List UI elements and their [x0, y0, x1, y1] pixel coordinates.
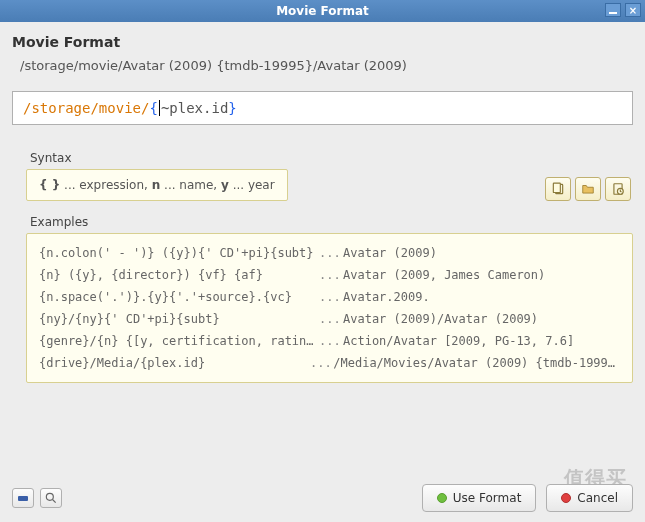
zoom-button[interactable]	[40, 488, 62, 508]
example-row[interactable]: {n.space('.')}.{y}{'.'+source}.{vc}...Av…	[39, 286, 620, 308]
example-pattern: {drive}/Media/{plex.id}	[39, 356, 310, 370]
examples-panel: {n.colon(' - ')} ({y}){' CD'+pi}{subt}..…	[26, 233, 633, 383]
example-result: Action/Avatar [2009, PG-13, 7.6]	[343, 334, 574, 348]
example-separator: ...	[310, 356, 333, 370]
svg-line-6	[53, 500, 56, 503]
syntax-braces: { }	[39, 178, 60, 192]
clipboard-button[interactable]	[545, 177, 571, 201]
example-row[interactable]: {n.colon(' - ')} ({y}){' CD'+pi}{subt}..…	[39, 242, 620, 264]
footer-bar: Use Format Cancel	[12, 484, 633, 512]
example-pattern: {ny}/{ny}{' CD'+pi}{subt}	[39, 312, 319, 326]
recent-icon	[611, 182, 625, 196]
clipboard-icon	[551, 182, 565, 196]
window-controls: ×	[605, 3, 641, 17]
format-input[interactable]: /storage/movie/{ ~plex.id }	[12, 91, 633, 125]
syntax-n: n	[152, 178, 161, 192]
example-separator: ...	[319, 246, 343, 260]
path-preview: /storage/movie/Avatar (2009) {tmdb-19995…	[20, 58, 633, 73]
example-result: Avatar (2009)/Avatar (2009)	[343, 312, 538, 326]
use-format-button[interactable]: Use Format	[422, 484, 537, 512]
dialog-content: Movie Format /storage/movie/Avatar (2009…	[0, 22, 645, 522]
svg-point-5	[46, 493, 53, 500]
example-row[interactable]: {drive}/Media/{plex.id}.../Media/Movies/…	[39, 352, 620, 374]
text-cursor	[159, 100, 160, 116]
example-result: Avatar.2009.	[343, 290, 430, 304]
example-result: /Media/Movies/Avatar (2009) {tmdb-1999..…	[333, 356, 620, 370]
syntax-y: y	[221, 178, 229, 192]
example-row[interactable]: {genre}/{n} {[y, certification, rating]}…	[39, 330, 620, 352]
example-separator: ...	[319, 268, 343, 282]
titlebar: Movie Format ×	[0, 0, 645, 22]
svg-rect-4	[18, 496, 28, 501]
toolbar-icons	[545, 177, 631, 201]
input-prefix: /storage/movie/	[23, 100, 149, 116]
input-expression: ~plex.id	[161, 100, 228, 116]
example-separator: ...	[319, 290, 343, 304]
brace-open: {	[149, 100, 157, 116]
folder-button[interactable]	[575, 177, 601, 201]
recent-button[interactable]	[605, 177, 631, 201]
brace-close: }	[228, 100, 236, 116]
collapse-button[interactable]	[12, 488, 34, 508]
check-icon	[437, 493, 447, 503]
example-separator: ...	[319, 312, 343, 326]
use-format-label: Use Format	[453, 491, 522, 505]
example-row[interactable]: {n} ({y}, {director}) {vf} {af}...Avatar…	[39, 264, 620, 286]
dialog-title: Movie Format	[12, 34, 633, 50]
cancel-icon	[561, 493, 571, 503]
syntax-panel: { } ... expression, n ... name, y ... ye…	[26, 169, 288, 201]
example-pattern: {n.colon(' - ')} ({y}){' CD'+pi}{subt}	[39, 246, 319, 260]
minimize-button[interactable]	[605, 3, 621, 17]
cancel-button[interactable]: Cancel	[546, 484, 633, 512]
example-pattern: {n.space('.')}.{y}{'.'+source}.{vc}	[39, 290, 319, 304]
magnifier-icon	[44, 491, 58, 505]
example-pattern: {genre}/{n} {[y, certification, rating]}	[39, 334, 319, 348]
window-title: Movie Format	[276, 4, 369, 18]
example-pattern: {n} ({y}, {director}) {vf} {af}	[39, 268, 319, 282]
example-result: Avatar (2009)	[343, 246, 437, 260]
example-row[interactable]: {ny}/{ny}{' CD'+pi}{subt}...Avatar (2009…	[39, 308, 620, 330]
examples-label: Examples	[30, 215, 633, 229]
syntax-label: Syntax	[30, 151, 288, 165]
example-separator: ...	[319, 334, 343, 348]
close-button[interactable]: ×	[625, 3, 641, 17]
collapse-icon	[17, 493, 29, 503]
example-result: Avatar (2009, James Cameron)	[343, 268, 545, 282]
cancel-label: Cancel	[577, 491, 618, 505]
svg-rect-1	[553, 183, 560, 192]
folder-icon	[581, 182, 595, 196]
